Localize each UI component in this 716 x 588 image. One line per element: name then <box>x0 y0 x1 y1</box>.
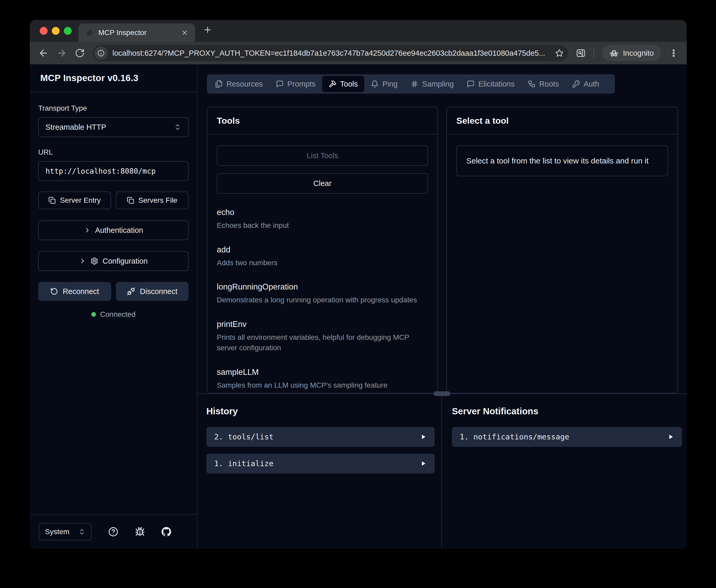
copy-icon <box>48 197 56 204</box>
expand-play-icon[interactable] <box>667 434 674 440</box>
clear-tools-button[interactable]: Clear <box>217 173 428 193</box>
tool-item-add[interactable]: add Adds two numbers <box>217 245 428 268</box>
server-entry-label: Server Entry <box>60 196 101 205</box>
tools-panel-title: Tools <box>208 107 437 134</box>
splitter-drag-handle[interactable] <box>434 391 450 396</box>
minimize-window-button[interactable] <box>52 27 60 35</box>
expand-play-icon[interactable] <box>420 460 427 467</box>
tool-detail-empty-message: Select a tool from the list to view its … <box>456 145 668 176</box>
history-section: History 2. tools/list 1. initialize <box>197 394 442 549</box>
authentication-label: Authentication <box>95 226 143 235</box>
server-entry-button[interactable]: Server Entry <box>38 191 111 209</box>
mcp-favicon <box>85 28 94 37</box>
copy-icon <box>127 197 134 204</box>
servers-file-button[interactable]: Servers File <box>116 191 189 209</box>
history-item-initialize[interactable]: 1. initialize <box>206 454 435 474</box>
disconnect-label: Disconnect <box>140 287 177 296</box>
expand-play-icon[interactable] <box>420 434 427 440</box>
tab-elicitations[interactable]: Elicitations <box>460 76 521 92</box>
server-notifications-title: Server Notifications <box>452 406 682 416</box>
transport-type-value: Streamable HTTP <box>45 123 106 131</box>
tab-sampling[interactable]: Sampling <box>404 76 460 92</box>
close-tab-icon[interactable] <box>181 29 188 36</box>
toolbar-divider <box>593 48 594 59</box>
connected-dot-icon <box>91 312 96 317</box>
browser-menu-icon[interactable] <box>669 48 678 58</box>
notification-item-message[interactable]: 1. notifications/message <box>452 427 682 447</box>
browser-titlebar: MCP Inspector <box>30 20 687 42</box>
sidebar-header: MCP Inspector v0.16.3 <box>30 64 197 92</box>
tool-item-echo[interactable]: echo Echoes back the input <box>217 208 428 231</box>
transport-type-label: Transport Type <box>38 104 189 112</box>
reconnect-label: Reconnect <box>63 287 99 296</box>
reload-icon[interactable] <box>75 48 85 58</box>
app-page: MCP Inspector v0.16.3 Transport Type Str… <box>30 64 687 549</box>
bell-icon <box>371 80 379 88</box>
theme-value: System <box>45 528 69 536</box>
main-content: Resources Prompts Tools Ping Sampling <box>197 64 687 549</box>
chevron-right-icon <box>84 227 91 234</box>
chevrons-up-down-icon <box>174 123 181 131</box>
incognito-badge: Incognito <box>602 45 661 61</box>
chevrons-up-down-icon <box>79 528 85 535</box>
configuration-label: Configuration <box>103 257 148 266</box>
url-label: URL <box>38 148 189 156</box>
tool-list: echo Echoes back the input add Adds two … <box>217 208 428 391</box>
tab-roots[interactable]: Roots <box>521 76 566 92</box>
help-circle-icon[interactable] <box>108 527 118 537</box>
github-icon[interactable] <box>161 527 171 537</box>
tab-auth[interactable]: Auth <box>566 76 606 92</box>
disconnect-button[interactable]: Disconnect <box>116 282 189 301</box>
message-square-icon <box>467 80 475 88</box>
history-item-tools-list[interactable]: 2. tools/list <box>206 427 435 447</box>
theme-select[interactable]: System <box>39 523 91 540</box>
tab-tools[interactable]: Tools <box>322 76 365 92</box>
horizontal-splitter[interactable] <box>197 393 687 394</box>
close-window-button[interactable] <box>40 27 48 35</box>
connection-status-label: Connected <box>100 310 135 319</box>
url-text[interactable]: localhost:6274/?MCP_PROXY_AUTH_TOKEN=ec1… <box>112 49 550 58</box>
bug-icon[interactable] <box>135 527 145 537</box>
tab-ping[interactable]: Ping <box>364 76 404 92</box>
list-tools-button[interactable]: List Tools <box>217 145 428 166</box>
hammer-icon <box>329 80 337 88</box>
servers-file-label: Servers File <box>138 196 177 205</box>
transport-type-select[interactable]: Streamable HTTP <box>38 117 189 137</box>
maximize-window-button[interactable] <box>64 27 72 35</box>
configuration-toggle[interactable]: Configuration <box>38 251 189 271</box>
tools-panel: Tools List Tools Clear echo Echoes back … <box>207 107 438 393</box>
tool-item-samplellm[interactable]: sampleLLM Samples from an LLM using MCP'… <box>217 368 428 391</box>
incognito-icon <box>609 48 619 58</box>
side-panel-search-icon[interactable] <box>576 48 586 58</box>
site-info-icon[interactable] <box>94 46 108 60</box>
key-icon <box>572 80 580 88</box>
incognito-label: Incognito <box>623 49 654 58</box>
browser-window: MCP Inspector localhost:6274/?MCP_PROXY_… <box>30 20 687 549</box>
tool-item-printenv[interactable]: printEnv Prints all environment variable… <box>217 320 428 353</box>
sidebar-footer: System <box>30 514 197 549</box>
bookmark-star-icon[interactable] <box>555 49 564 58</box>
address-bar[interactable]: localhost:6274/?MCP_PROXY_AUTH_TOKEN=ec1… <box>92 45 568 61</box>
tools-panel-body: List Tools Clear echo Echoes back the in… <box>208 134 437 393</box>
tool-detail-title: Select a tool <box>447 107 677 134</box>
hash-icon <box>411 80 418 88</box>
reconnect-button[interactable]: Reconnect <box>38 282 111 301</box>
server-url-input[interactable]: http://localhost:8080/mcp <box>38 161 189 181</box>
browser-tab[interactable]: MCP Inspector <box>79 24 195 42</box>
server-url-value: http://localhost:8080/mcp <box>45 167 156 175</box>
feature-tabs: Resources Prompts Tools Ping Sampling <box>207 74 615 93</box>
forward-icon[interactable] <box>57 48 67 58</box>
app-title: MCP Inspector v0.16.3 <box>40 73 138 83</box>
tool-item-longrunningoperation[interactable]: longRunningOperation Demonstrates a long… <box>217 282 428 306</box>
message-square-icon <box>276 80 284 88</box>
tab-prompts[interactable]: Prompts <box>269 76 322 92</box>
files-icon <box>215 80 223 88</box>
unplug-icon <box>127 287 135 296</box>
sidebar-body: Transport Type Streamable HTTP URL http:… <box>30 92 197 319</box>
workflow-icon <box>528 80 536 88</box>
chevron-right-icon <box>79 257 86 265</box>
authentication-toggle[interactable]: Authentication <box>38 220 189 240</box>
new-tab-button[interactable] <box>203 25 212 35</box>
back-icon[interactable] <box>38 48 49 58</box>
tab-resources[interactable]: Resources <box>209 76 269 92</box>
